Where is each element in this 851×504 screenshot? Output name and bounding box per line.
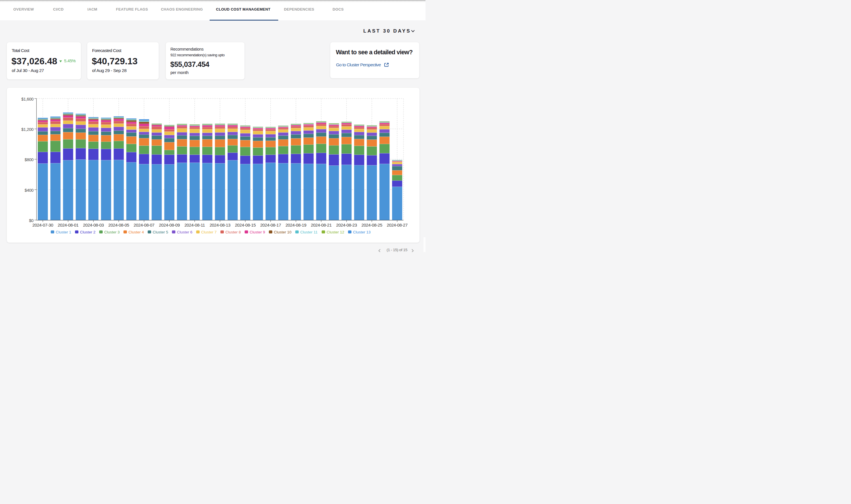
- svg-text:2024-08-25: 2024-08-25: [362, 222, 382, 228]
- svg-text:$400: $400: [24, 188, 33, 193]
- svg-text:Cluster 5: Cluster 5: [153, 230, 168, 234]
- svg-text:2024-08-09: 2024-08-09: [159, 222, 180, 228]
- svg-text:2024-08-21: 2024-08-21: [311, 222, 332, 228]
- svg-text:Cluster 12: Cluster 12: [327, 230, 344, 234]
- svg-text:2024-08-07: 2024-08-07: [134, 222, 154, 228]
- svg-text:Cluster 7: Cluster 7: [201, 230, 217, 234]
- svg-text:2024-08-19: 2024-08-19: [285, 222, 306, 228]
- svg-text:2024-08-05: 2024-08-05: [108, 222, 129, 228]
- svg-text:2024-08-27: 2024-08-27: [387, 222, 408, 228]
- svg-text:Cluster 11: Cluster 11: [300, 230, 318, 234]
- svg-text:2024-08-17: 2024-08-17: [260, 222, 281, 228]
- svg-text:Cluster 9: Cluster 9: [250, 230, 265, 234]
- svg-text:2024-08-13: 2024-08-13: [210, 222, 230, 228]
- svg-text:$1,200: $1,200: [21, 127, 33, 132]
- svg-text:Cluster 6: Cluster 6: [177, 230, 192, 234]
- svg-text:Cluster 10: Cluster 10: [274, 230, 292, 234]
- svg-text:2024-08-11: 2024-08-11: [185, 222, 205, 228]
- svg-text:2024-07-30: 2024-07-30: [32, 222, 53, 228]
- svg-text:Cluster 8: Cluster 8: [225, 230, 241, 234]
- svg-text:2024-08-01: 2024-08-01: [58, 222, 79, 228]
- svg-text:$1,600: $1,600: [21, 97, 33, 102]
- svg-text:$800: $800: [24, 158, 33, 162]
- svg-text:Cluster 4: Cluster 4: [128, 230, 144, 234]
- svg-text:Cluster 3: Cluster 3: [104, 230, 120, 234]
- svg-text:2024-08-23: 2024-08-23: [336, 222, 357, 228]
- svg-text:2024-08-15: 2024-08-15: [235, 222, 256, 228]
- svg-text:Cluster 13: Cluster 13: [353, 230, 371, 234]
- svg-text:2024-08-03: 2024-08-03: [83, 222, 104, 228]
- svg-text:$0: $0: [29, 218, 33, 223]
- svg-text:Cluster 1: Cluster 1: [56, 230, 71, 234]
- svg-text:Cluster 2: Cluster 2: [80, 230, 95, 234]
